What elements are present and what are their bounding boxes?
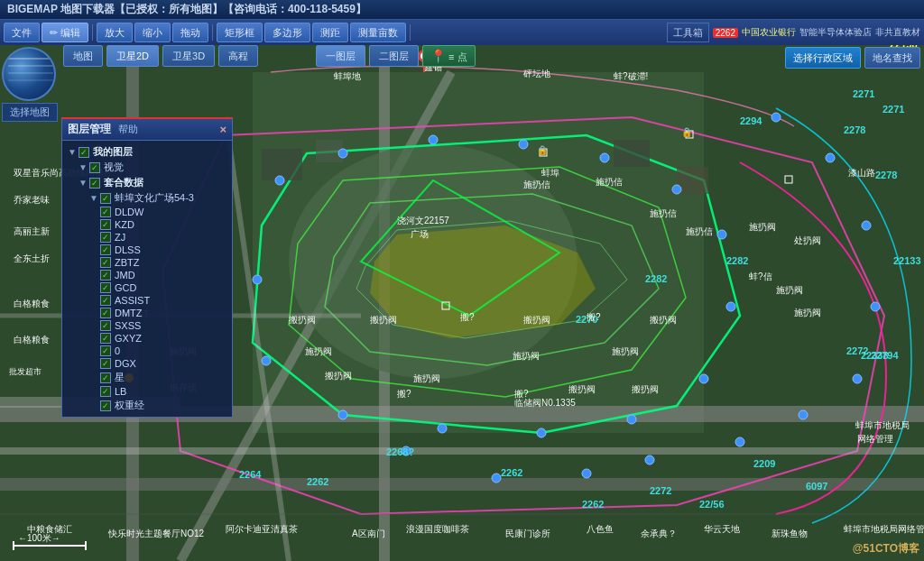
edit-btn[interactable]: ✏ 编辑 — [42, 23, 88, 42]
svg-point-35 — [338, 410, 347, 419]
toolbar-sep-3 — [410, 24, 411, 41]
svg-text:2268?: 2268? — [386, 446, 414, 457]
layer-checkbox-SXSS[interactable] — [100, 320, 111, 331]
svg-text:施扔阀: 施扔阀 — [794, 308, 821, 317]
layer-checkbox-DLSS[interactable] — [100, 244, 111, 255]
map-type-sat3d-btn[interactable]: 卫星3D — [162, 45, 215, 67]
layer-label-KZD: KZD — [115, 219, 134, 230]
map-type-elevation-btn[interactable]: 高程 — [218, 45, 258, 67]
svg-point-36 — [262, 356, 271, 365]
layer-item-0[interactable]: 0 — [64, 345, 230, 357]
layer-item-suite-data[interactable]: ▼ 套合数据 — [64, 175, 230, 190]
layer-label-DMTZ: DMTZ — [115, 308, 143, 318]
layer-checkbox-ASSIST[interactable] — [100, 295, 111, 306]
smart-label: 智能半导体体验店 — [799, 26, 872, 39]
svg-text:乔家老味: 乔家老味 — [14, 195, 50, 205]
globe-icon[interactable] — [2, 47, 56, 101]
select-map-btn[interactable]: 选择地图 — [2, 103, 58, 122]
layer-item-DLSS[interactable]: DLSS — [64, 244, 230, 256]
layer-checkbox-JMD[interactable] — [100, 270, 111, 280]
layer-checkbox-DLDW[interactable] — [100, 207, 111, 217]
layer-item-ZBTZ[interactable]: ZBTZ — [64, 256, 230, 269]
layer-checkbox-GCD[interactable] — [100, 282, 111, 293]
location-search-btn[interactable]: 地名查找 — [864, 47, 920, 69]
layer-item-my-layers[interactable]: ▼ 我的图层 — [64, 144, 230, 160]
toolbox-btn[interactable]: 工具箱 — [667, 23, 709, 42]
svg-point-43 — [799, 410, 808, 419]
zoom-in-btn[interactable]: 放大 — [97, 23, 133, 42]
rect-btn[interactable]: 矩形框 — [217, 23, 263, 42]
svg-text:搬?: 搬? — [397, 389, 411, 399]
affiliate-label: 非共直教材 — [875, 26, 920, 39]
layer-item-site[interactable]: ▼ 蚌埠文化广场54-3 — [64, 190, 230, 206]
svg-point-33 — [537, 428, 546, 437]
layer-label-site: 蚌埠文化广场54-3 — [115, 191, 194, 205]
svg-text:蚌?破滞!: 蚌?破滞! — [614, 71, 648, 81]
layer1-btn[interactable]: 一图层 — [316, 45, 365, 67]
layer-checkbox-suite[interactable] — [89, 178, 100, 189]
layer-item-ASSIST[interactable]: ASSIST — [64, 294, 230, 307]
svg-text:华云天地: 华云天地 — [704, 524, 740, 534]
layer-label-ASSIST: ASSIST — [115, 295, 150, 306]
top-right-controls: 选择行政区域 地名查找 — [781, 45, 924, 70]
svg-point-23 — [275, 176, 284, 185]
svg-text:施扔阀: 施扔阀 — [413, 373, 440, 383]
svg-text:浇河文22157: 浇河文22157 — [397, 216, 449, 225]
svg-text:施扔阀: 施扔阀 — [776, 285, 803, 295]
layer-item-GXYZ[interactable]: GXYZ — [64, 332, 230, 345]
layer-checkbox-LB[interactable] — [100, 386, 111, 397]
layer-checkbox-ZJ[interactable] — [100, 232, 111, 243]
svg-text:搬扔阀: 搬扔阀 — [370, 315, 397, 325]
svg-text:蚌埠市地税局: 蚌埠市地税局 — [855, 420, 910, 430]
layer-checkbox-0[interactable] — [100, 345, 111, 356]
measure-btn[interactable]: 测距 — [312, 23, 348, 42]
layer-checkbox-quanzhong[interactable] — [100, 400, 111, 411]
layer-item-visual[interactable]: ▼ 视觉 — [64, 160, 230, 175]
admin-select-btn[interactable]: 选择行政区域 — [785, 47, 861, 69]
svg-point-30 — [726, 302, 735, 311]
svg-text:施扔阀: 施扔阀 — [305, 346, 332, 356]
zoom-out-btn[interactable]: 缩小 — [134, 23, 171, 42]
svg-text:搬扔阀: 搬扔阀 — [523, 315, 550, 325]
layer-checkbox-ZBTZ[interactable] — [100, 257, 111, 268]
layer-checkbox-DGX[interactable] — [100, 358, 111, 369]
layer2-btn[interactable]: 二图层 — [369, 45, 419, 67]
drag-btn[interactable]: 拖动 — [172, 23, 208, 42]
layer-item-KZD[interactable]: KZD — [64, 218, 230, 231]
layer-checkbox-KZD[interactable] — [100, 219, 111, 230]
file-menu-btn[interactable]: 文件 — [4, 23, 40, 42]
svg-text:白格粮食: 白格粮食 — [14, 299, 50, 308]
layer-checkbox-DMTZ[interactable] — [100, 308, 111, 318]
polygon-btn[interactable]: 多边形 — [264, 23, 310, 42]
layer-checkbox-GXYZ[interactable] — [100, 333, 111, 344]
layer-checkbox-my-layers[interactable] — [79, 147, 89, 158]
layer-item-DGX[interactable]: DGX — [64, 357, 230, 370]
measure-area-btn[interactable]: 测量亩数 — [350, 23, 406, 42]
layer-label-suite: 套合数据 — [104, 176, 143, 189]
map-type-map-btn[interactable]: 地图 — [63, 45, 103, 67]
svg-text:八色鱼: 八色鱼 — [587, 524, 614, 534]
layer-item-star[interactable]: 星 — [64, 370, 230, 385]
svg-text:2264: 2264 — [239, 469, 262, 480]
svg-text:浪漫国度咖啡茶: 浪漫国度咖啡茶 — [406, 524, 469, 534]
layer-item-quanzhong[interactable]: 权重经 — [64, 398, 230, 413]
layer-item-ZJ[interactable]: ZJ — [64, 231, 230, 244]
layer-item-JMD[interactable]: JMD — [64, 269, 230, 281]
layer-panel-close-btn[interactable]: × — [219, 123, 226, 136]
map-type-sat2d-btn[interactable]: 卫星2D — [106, 45, 159, 67]
chevron-icon-suite: ▼ — [79, 178, 88, 188]
layer-item-GCD[interactable]: GCD — [64, 281, 230, 294]
layer-panel-help-btn[interactable]: 帮助 — [118, 123, 138, 136]
layer-panel: 图层管理 帮助 × ▼ 我的图层 ▼ 视觉 ▼ 套合数据 ▼ — [61, 117, 233, 418]
layer-item-LB[interactable]: LB — [64, 385, 230, 398]
layer-checkbox-site[interactable] — [100, 193, 111, 204]
point-btn[interactable]: 📍 ≡ 点 — [422, 45, 476, 67]
layer-checkbox-visual[interactable] — [89, 162, 100, 173]
svg-text:2262: 2262 — [582, 499, 604, 510]
svg-text:2294: 2294 — [740, 115, 762, 126]
layer-item-DLDW[interactable]: DLDW — [64, 206, 230, 218]
layer-item-DMTZ[interactable]: DMTZ — [64, 307, 230, 319]
svg-text:漆山路: 漆山路 — [848, 168, 875, 178]
layer-checkbox-star[interactable] — [100, 372, 111, 383]
layer-item-SXSS[interactable]: SXSS — [64, 319, 230, 332]
